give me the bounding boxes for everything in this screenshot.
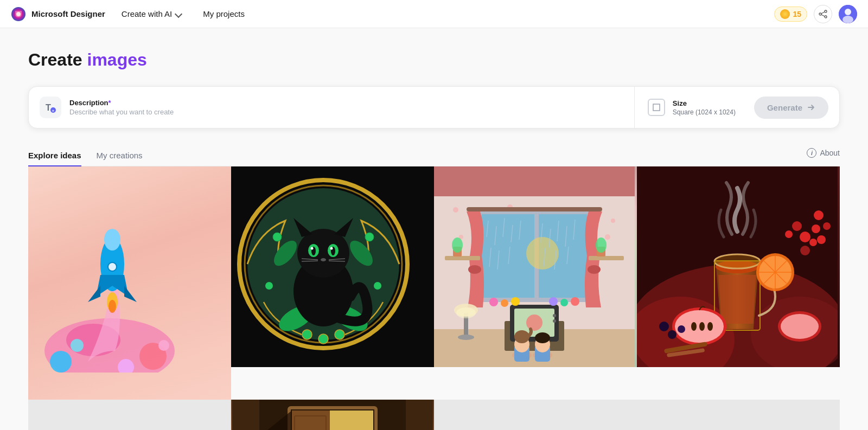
size-label: Size [673,99,736,107]
cat-illustration [231,166,416,362]
tea-illustration [637,166,838,367]
generate-button[interactable]: Generate [754,97,828,119]
svg-point-3 [819,13,821,15]
svg-rect-53 [434,166,635,196]
svg-rect-163 [292,410,330,430]
spacer-1 [28,400,231,430]
chevron-down-icon [175,10,182,17]
svg-point-96 [526,315,542,331]
svg-point-61 [605,234,610,240]
arrow-right-icon [807,103,815,112]
svg-point-111 [489,298,498,306]
share-icon [819,10,827,18]
svg-point-83 [468,265,481,274]
svg-point-31 [265,282,273,290]
tab-explore-ideas[interactable]: Explore ideas [28,145,81,166]
avatar[interactable] [839,5,857,23]
svg-rect-159 [232,400,259,430]
svg-point-51 [318,334,328,344]
svg-point-25 [108,300,116,313]
svg-line-5 [821,12,825,14]
svg-point-9 [843,16,853,23]
size-section[interactable]: Size Square (1024 x 1024) [635,89,749,126]
image-grid [28,166,840,400]
image-card-tea[interactable] [637,166,840,400]
navbar: Microsoft Designer Create with AI My pro… [0,0,868,28]
coins-badge[interactable]: 15 [774,7,807,22]
svg-point-38 [297,229,349,278]
svg-point-30 [365,233,374,241]
about-label: About [820,149,840,157]
svg-point-29 [273,233,282,241]
coin-icon [780,9,790,19]
generate-label: Generate [767,103,802,112]
svg-point-101 [458,335,474,340]
svg-point-137 [823,222,831,230]
description-section[interactable]: T + Description* Describe what you want … [29,87,635,128]
svg-point-143 [699,322,705,331]
svg-point-144 [707,322,713,331]
svg-point-133 [792,221,802,231]
about-link[interactable]: i About [807,148,840,163]
svg-point-132 [812,224,820,233]
svg-point-23 [108,262,117,271]
svg-point-113 [511,297,520,306]
svg-point-151 [659,322,669,331]
my-projects-link[interactable]: My projects [197,6,250,22]
description-label: Description* [69,99,174,107]
svg-point-44 [330,247,333,250]
description-text-area: Description* Describe what you want to c… [69,99,174,116]
svg-rect-86 [589,256,624,260]
page-title-highlight: images [87,50,147,69]
share-button[interactable] [814,5,832,23]
tab-my-creations[interactable]: My creations [97,145,143,166]
svg-point-136 [817,235,826,244]
size-info: Size Square (1024 x 1024) [673,99,736,116]
svg-point-112 [501,299,508,307]
image-card-cat[interactable] [231,166,434,400]
svg-point-115 [560,299,568,306]
svg-point-150 [678,325,685,333]
svg-rect-85 [445,256,480,260]
size-value: Square (1024 x 1024) [673,108,736,116]
create-with-ai-menu[interactable]: Create with AI [116,6,187,22]
svg-point-138 [814,210,824,220]
svg-point-131 [800,232,810,242]
svg-point-139 [785,230,793,238]
text-format-icon: T + [40,97,61,118]
svg-rect-82 [467,207,602,211]
svg-point-116 [571,297,579,306]
svg-point-43 [311,247,314,250]
svg-point-4 [825,16,827,18]
info-icon: i [807,148,816,158]
image-card-door[interactable] [231,400,434,430]
my-projects-label: My projects [203,9,245,18]
svg-rect-160 [406,400,433,430]
svg-point-22 [104,229,120,251]
room-illustration [434,166,635,367]
svg-point-19 [71,339,84,352]
svg-point-20 [158,340,169,351]
image-card-rocket[interactable] [28,166,231,400]
avatar-icon [839,5,857,23]
svg-text:T: T [46,103,51,112]
coins-count: 15 [793,10,801,18]
second-row-grid [28,400,840,430]
svg-point-149 [668,330,676,339]
svg-point-98 [553,319,556,323]
svg-text:+: + [52,108,55,113]
spacer-4 [637,400,840,430]
logo-area[interactable]: Microsoft Designer [11,7,105,22]
svg-point-32 [374,282,381,290]
door-illustration [232,400,433,430]
text-icon-svg: T + [44,101,57,114]
page-title-static: Create [28,50,87,69]
page-title: Create images [28,50,840,70]
create-ai-label: Create with AI [122,9,172,18]
svg-point-50 [302,330,312,339]
svg-point-88 [452,238,463,253]
svg-point-52 [335,330,344,339]
svg-point-110 [535,332,550,343]
image-card-room[interactable] [434,166,637,400]
svg-point-16 [50,351,72,373]
